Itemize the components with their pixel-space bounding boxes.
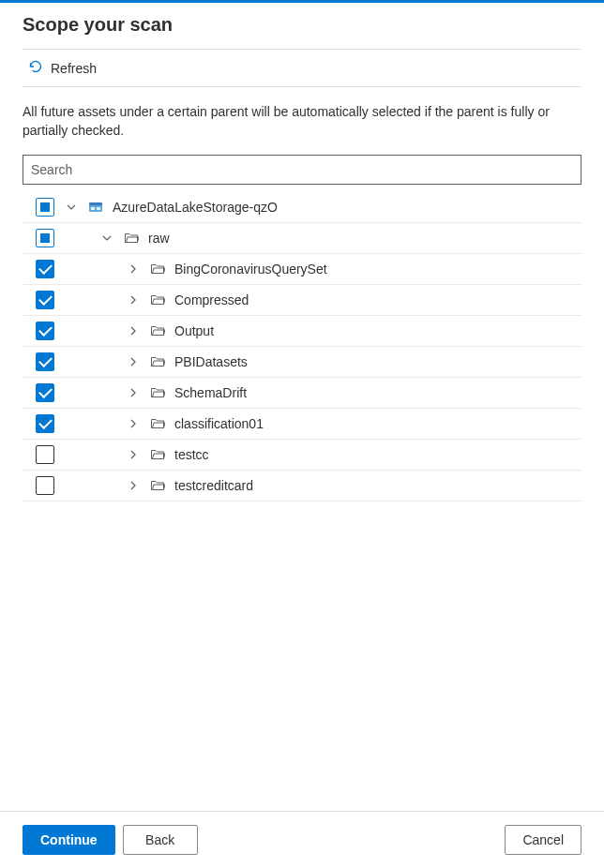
chevron-right-icon[interactable]: [126, 292, 141, 307]
checkbox[interactable]: [36, 414, 54, 433]
tree-row-root[interactable]: AzureDataLakeStorage-qzO: [23, 192, 581, 223]
back-button[interactable]: Back: [123, 825, 198, 855]
folder-open-icon: [124, 231, 139, 246]
refresh-icon: [28, 59, 43, 77]
footer: Continue Back Cancel: [0, 811, 604, 868]
folder-open-icon: [150, 323, 165, 338]
chevron-right-icon[interactable]: [126, 323, 141, 338]
tree-item-label: SchemaDrift: [174, 385, 247, 400]
tree-item-label: BingCoronavirusQuerySet: [174, 262, 327, 277]
folder-open-icon: [150, 447, 165, 462]
tree-row-raw[interactable]: raw: [23, 223, 581, 254]
tree-item-label: Output: [174, 323, 214, 338]
tree-row[interactable]: testcc: [23, 440, 581, 471]
tree-row[interactable]: Output: [23, 316, 581, 347]
chevron-right-icon[interactable]: [126, 262, 141, 277]
tree-row[interactable]: testcreditcard: [23, 471, 581, 501]
folder-open-icon: [150, 416, 165, 431]
refresh-button[interactable]: Refresh: [23, 55, 102, 81]
continue-button[interactable]: Continue: [23, 825, 115, 855]
chevron-down-icon[interactable]: [64, 200, 79, 215]
checkbox[interactable]: [36, 383, 54, 402]
description-text: All future assets under a certain parent…: [23, 102, 581, 140]
checkbox[interactable]: [36, 260, 54, 278]
tree-item-label: Compressed: [174, 292, 249, 307]
tree-row[interactable]: Compressed: [23, 285, 581, 316]
svg-rect-3: [97, 207, 100, 210]
tree-item-label: classification01: [174, 416, 264, 431]
tree-item-label: PBIDatasets: [174, 354, 248, 369]
checkbox[interactable]: [36, 476, 54, 495]
storage-icon: [88, 200, 103, 215]
tree-item-label: raw: [148, 231, 170, 246]
cancel-button[interactable]: Cancel: [505, 825, 581, 855]
search-input[interactable]: [23, 155, 581, 185]
chevron-right-icon[interactable]: [126, 416, 141, 431]
folder-open-icon: [150, 478, 165, 493]
chevron-right-icon[interactable]: [126, 354, 141, 369]
checkbox-raw[interactable]: [36, 229, 54, 247]
tree-item-label: testcc: [174, 447, 209, 462]
tree-item-label: AzureDataLakeStorage-qzO: [113, 200, 278, 215]
tree-row[interactable]: classification01: [23, 409, 581, 440]
checkbox[interactable]: [36, 322, 54, 340]
toolbar: Refresh: [23, 49, 581, 87]
tree-row[interactable]: SchemaDrift: [23, 378, 581, 409]
chevron-down-icon[interactable]: [99, 231, 114, 246]
refresh-label: Refresh: [51, 61, 97, 76]
tree-row[interactable]: PBIDatasets: [23, 347, 581, 378]
asset-tree: AzureDataLakeStorage-qzO raw BingCoronav…: [23, 192, 581, 811]
page-title: Scope your scan: [23, 14, 581, 36]
folder-open-icon: [150, 354, 165, 369]
chevron-right-icon[interactable]: [126, 385, 141, 400]
folder-open-icon: [150, 262, 165, 277]
checkbox[interactable]: [36, 291, 54, 309]
checkbox[interactable]: [36, 445, 54, 464]
checkbox[interactable]: [36, 352, 54, 371]
chevron-right-icon[interactable]: [126, 478, 141, 493]
svg-rect-1: [89, 202, 102, 205]
chevron-right-icon[interactable]: [126, 447, 141, 462]
folder-open-icon: [150, 385, 165, 400]
tree-item-label: testcreditcard: [174, 478, 253, 493]
tree-row[interactable]: BingCoronavirusQuerySet: [23, 254, 581, 285]
folder-open-icon: [150, 292, 165, 307]
svg-rect-2: [91, 207, 95, 210]
checkbox-root[interactable]: [36, 198, 54, 217]
